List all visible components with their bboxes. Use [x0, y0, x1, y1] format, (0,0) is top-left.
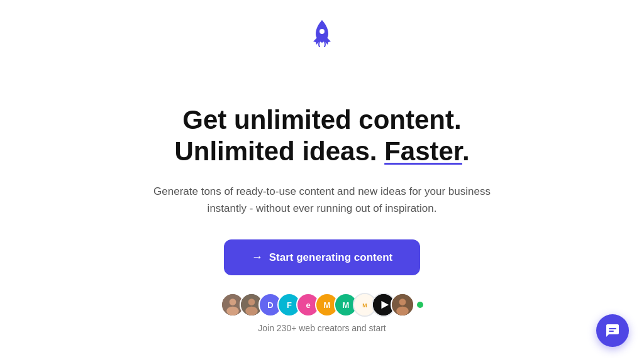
- avatars-row: D F e M M M: [221, 293, 423, 317]
- svg-point-12: [399, 299, 406, 305]
- headline-line1: Get unlimited content.: [182, 105, 461, 134]
- social-proof: D F e M M M: [221, 293, 423, 333]
- rocket-icon: [307, 18, 337, 48]
- svg-point-3: [226, 307, 239, 315]
- start-generating-button[interactable]: → Start generating content: [224, 239, 420, 275]
- svg-text:M: M: [362, 302, 367, 309]
- logo-container: [307, 18, 337, 48]
- svg-point-0: [319, 29, 325, 34]
- cta-label: Start generating content: [269, 251, 392, 264]
- headline-suffix: .: [462, 136, 470, 166]
- svg-point-13: [396, 307, 409, 315]
- chat-support-button[interactable]: [596, 314, 629, 347]
- headline-line2-prefix: Unlimited ideas.: [174, 136, 377, 166]
- hero-section: Get unlimited content. Unlimited ideas. …: [133, 104, 511, 333]
- subheadline: Generate tons of ready-to-use content an…: [133, 183, 511, 217]
- headline-accent: Faster: [384, 136, 462, 166]
- arrow-icon: →: [252, 251, 263, 264]
- svg-point-6: [245, 307, 258, 315]
- headline: Get unlimited content. Unlimited ideas. …: [174, 104, 469, 168]
- online-indicator: [417, 302, 423, 308]
- svg-point-2: [230, 299, 236, 305]
- social-proof-text: Join 230+ web creators and start: [258, 323, 386, 333]
- avatar-3: [391, 293, 414, 317]
- svg-point-5: [248, 299, 255, 305]
- chat-icon: [605, 323, 620, 338]
